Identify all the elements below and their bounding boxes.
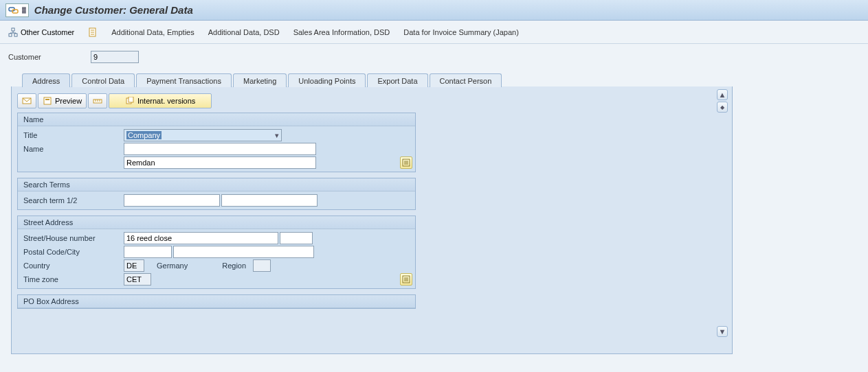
triangle-down-icon: ▼ [719,327,726,336]
tz-input[interactable] [124,273,151,286]
country-name-text: Germany [157,261,188,270]
sales-area-dsd-link[interactable]: Sales Area Information, DSD [291,27,393,38]
title-label: Title [21,131,124,139]
svg-rect-14 [44,97,51,104]
house-number-input[interactable] [280,232,313,244]
invoice-summary-japan-link[interactable]: Data for Invoice Summary (Japan) [401,27,522,38]
expand-icon [402,275,410,283]
other-customer-button[interactable]: Other Customer [5,26,77,38]
additional-data-empties-link[interactable]: Additional Data, Empties [109,27,197,38]
tab-marketing[interactable]: Marketing [233,73,287,87]
address-inner-toolbar: Preview Internat. versions [17,93,416,108]
name2-input[interactable] [124,156,316,169]
svg-rect-15 [45,99,49,100]
expand-icon [402,159,410,167]
envelope-button[interactable] [17,93,36,108]
street-input[interactable] [124,232,278,244]
group-search-terms: Search Terms Search term 1/2 [17,178,416,210]
group-pobox-title: PO Box Address [18,295,415,308]
city-input[interactable] [173,246,314,258]
title-select[interactable]: Company ▾ [124,129,282,141]
tab-container: Preview Internat. versions Name Title Co… [11,86,733,354]
svg-rect-2 [12,28,14,31]
name-input[interactable] [124,143,316,155]
document-icon [88,27,98,37]
expand-name-button[interactable] [400,156,412,169]
group-street-address: Street Address Street/House number Posta… [17,216,416,289]
svg-rect-4 [14,34,17,36]
other-customer-label: Other Customer [21,28,74,36]
content-area: Customer Address Control Data Payment Tr… [0,44,868,372]
search-term-label: Search term 1/2 [21,196,124,205]
copy-icon [125,97,135,105]
additional-data-dsd-link[interactable]: Additional Data, DSD [205,27,282,38]
tz-label: Time zone [21,275,124,283]
ruler-icon [93,97,102,105]
tab-control-data[interactable]: Control Data [71,73,135,87]
dropdown-caret-icon: ▓ [22,7,26,13]
tab-payment-transactions[interactable]: Payment Transactions [136,73,232,87]
page-title: Change Customer: General Data [34,4,193,16]
preview-label: Preview [55,97,82,105]
customer-input[interactable] [91,51,139,63]
preview-button[interactable]: Preview [38,93,87,108]
country-label: Country [21,261,124,270]
tab-address[interactable]: Address [22,73,70,87]
hierarchy-icon [8,27,18,37]
postal-label: Postal Code/City [21,248,124,256]
scroll-column: ▲ ◆ ▼ [717,86,729,353]
country-code-input[interactable] [124,259,144,272]
envelope-icon [22,97,32,105]
scroll-marker-button[interactable]: ◆ [717,102,728,113]
expand-street-button[interactable] [400,273,412,286]
group-name-title: Name [18,113,415,126]
tab-export-data[interactable]: Export Data [367,73,427,87]
document-button[interactable] [85,26,100,38]
search-term1-input[interactable] [124,194,220,207]
diamond-icon: ◆ [720,104,724,111]
group-search-title: Search Terms [18,178,415,191]
postal-code-input[interactable] [124,246,172,258]
scroll-up-button[interactable]: ▲ [717,89,728,100]
chevron-down-icon: ▾ [275,131,279,140]
customer-field-row: Customer [8,51,863,63]
name-label: Name [21,145,124,153]
search-term2-input[interactable] [221,194,318,207]
tool1-button[interactable] [88,93,107,108]
app-toolbar: Other Customer Additional Data, Empties … [0,21,868,44]
internat-label: Internat. versions [137,97,195,105]
link-chain-icon [8,5,21,15]
triangle-up-icon: ▲ [719,91,726,99]
tab-unloading-points[interactable]: Unloading Points [288,73,366,87]
svg-rect-21 [129,97,133,102]
group-name: Name Title Company ▾ Name [17,113,416,172]
title-select-value: Company [126,131,162,139]
title-icon-box[interactable]: ▓ [5,3,29,17]
group-pobox: PO Box Address [17,294,416,309]
tab-strip: Address Control Data Payment Transaction… [22,73,863,86]
tab-body: Preview Internat. versions Name Title Co… [12,86,732,353]
street-label: Street/House number [21,234,124,242]
scroll-down-button[interactable]: ▼ [717,326,728,337]
tab-contact-person[interactable]: Contact Person [430,73,502,87]
print-preview-icon [43,97,52,105]
svg-rect-3 [9,34,12,36]
customer-label: Customer [8,53,91,61]
title-bar: ▓ Change Customer: General Data [0,0,868,21]
region-label: Region [222,261,246,270]
region-input[interactable] [253,259,271,272]
internat-versions-button[interactable]: Internat. versions [109,93,212,108]
group-street-title: Street Address [18,216,415,229]
